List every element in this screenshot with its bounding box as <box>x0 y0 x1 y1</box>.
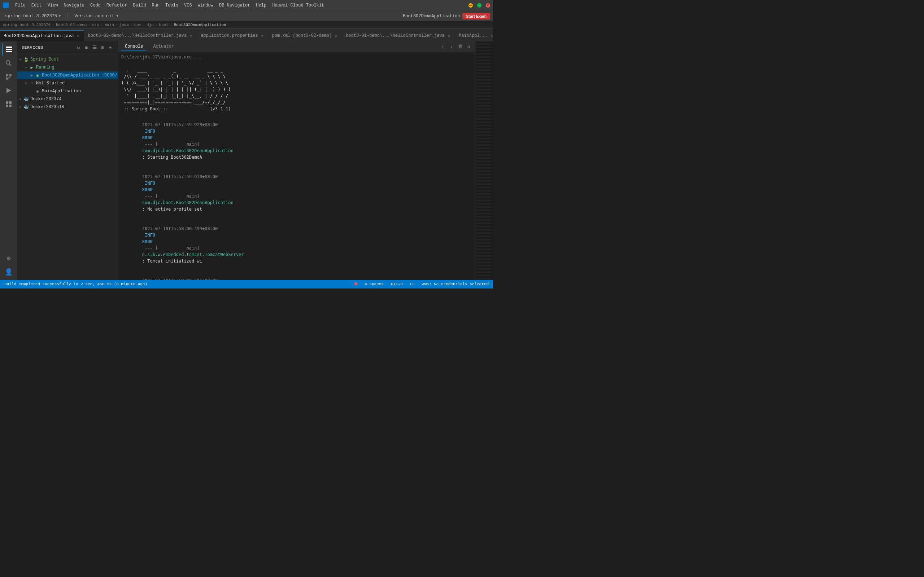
stop-button[interactable]: ■ <box>83 44 90 51</box>
bc-1[interactable]: boot3-02-demo <box>56 23 87 27</box>
minimap-content <box>475 42 493 280</box>
scroll-bottom-btn[interactable]: ↓ <box>448 44 455 50</box>
notstarted-label: Not Started <box>36 81 65 86</box>
menu-huawei[interactable]: Huawei Cloud Toolkit <box>270 2 326 9</box>
menu-build[interactable]: Build <box>131 2 148 9</box>
tab-1[interactable]: boot3-02-demo\...\HelloController.java ✕ <box>84 30 197 41</box>
docker2-icon: 🐳 <box>23 104 29 110</box>
menu-refactor[interactable]: Refactor <box>104 2 129 9</box>
tab-0[interactable]: Boot302DemoApplication.java ✕ <box>0 30 84 41</box>
status-aws[interactable]: AWS: No credentials selected <box>420 282 490 286</box>
docker2-arrow: ▾ <box>17 104 23 110</box>
tree-mainapp[interactable]: ▶ ◉ MainApplication <box>17 87 118 95</box>
svg-rect-11 <box>6 102 8 104</box>
breadcrumb: spring-boot-3-202376 › boot3-02-demo › s… <box>0 21 493 29</box>
group-button[interactable]: ⊞ <box>99 44 106 51</box>
actuator-tab[interactable]: Actuator <box>149 43 178 51</box>
bc-8[interactable]: Boot302DemoApplication <box>174 23 226 27</box>
activity-extensions[interactable] <box>2 98 15 111</box>
menu-window[interactable]: Window <box>195 2 215 9</box>
docker1-icon: 🐳 <box>23 96 29 102</box>
tab-5-close[interactable]: ✕ <box>489 33 493 38</box>
status-right: 4 spaces UTF-8 LF AWS: No credentials se… <box>354 282 490 286</box>
tab-3-close[interactable]: ✕ <box>334 33 338 38</box>
main-area: ⚙ 👤 Services ↻ ■ ☰ ⊞ + ▾ 🍃 Spring Boot <box>0 42 493 280</box>
tree-docker1[interactable]: ▾ 🐳 Docker202374 <box>17 95 118 103</box>
menu-run[interactable]: Run <box>149 2 162 9</box>
menu-view[interactable]: View <box>45 2 60 9</box>
menu-file[interactable]: File <box>13 2 28 9</box>
tree-running[interactable]: ▾ ▶ Running <box>17 63 118 71</box>
bc-2[interactable]: src <box>92 23 99 27</box>
settings-btn[interactable]: ⚙ <box>465 44 472 50</box>
svg-line-4 <box>10 64 11 66</box>
tree-springboot[interactable]: ▾ 🍃 Spring Boot <box>17 56 118 63</box>
springboot-label: Spring Boot <box>30 57 59 62</box>
project-selector[interactable]: spring-boot-3-202376 ▾ <box>3 13 63 19</box>
activity-account[interactable]: 👤 <box>2 266 15 279</box>
ascii-0: . ____ _ __ _ _ <box>121 67 472 73</box>
filter-button[interactable]: ☰ <box>91 44 98 51</box>
menu-db-navigator[interactable]: DB Navigator <box>217 2 252 9</box>
activity-search[interactable] <box>2 56 15 69</box>
ascii-3: \\/ ___)| |_)| | | | | || (_| | ) ) ) ) <box>121 86 472 93</box>
status-spaces[interactable]: 4 spaces <box>363 282 385 286</box>
status-line-ending[interactable]: LF <box>409 282 416 286</box>
scroll-top-btn[interactable]: ↑ <box>439 44 446 50</box>
tab-4-close[interactable]: ✕ <box>447 33 451 38</box>
minimap <box>475 42 493 280</box>
run-config-label: Boot302DemoApplication <box>403 14 460 19</box>
bc-7[interactable]: boot <box>159 23 168 27</box>
tree-docker2[interactable]: ▾ 🐳 Docker2023518 <box>17 103 118 111</box>
tab-1-close[interactable]: ✕ <box>189 33 193 38</box>
tab-3-label: pom.xml (boot3-02-demo) <box>272 33 332 38</box>
tab-5[interactable]: MainAppl... ✕ <box>455 30 493 41</box>
menu-vcs[interactable]: VCS <box>182 2 194 9</box>
running-arrow: ▾ <box>23 64 29 70</box>
console-toolbar: Console Actuator ↑ ↓ 🗑 ⚙ <box>118 42 475 52</box>
clear-btn[interactable]: 🗑 <box>457 44 464 50</box>
menu-navigate[interactable]: Navigate <box>61 2 87 9</box>
add-button[interactable]: + <box>107 44 114 51</box>
activity-bottom-group: ⚙ 👤 <box>2 252 15 280</box>
menu-edit[interactable]: Edit <box>29 2 44 9</box>
close-button[interactable]: ✕ <box>486 3 490 8</box>
svg-point-5 <box>6 74 8 76</box>
start-exam-button[interactable]: Start Exam <box>462 13 490 19</box>
activity-explorer[interactable] <box>2 43 15 56</box>
tab-0-close[interactable]: ✕ <box>76 34 80 39</box>
activity-debug[interactable] <box>2 84 15 97</box>
svg-rect-14 <box>9 105 11 107</box>
tree-boot302[interactable]: ▶ ◉ Boot302DemoApplication :8080/ <box>17 71 118 79</box>
bc-6[interactable]: djc <box>147 23 154 27</box>
console-output[interactable]: D:\Java\jdk-17\bin\java.exe ... . ____ _… <box>118 52 475 280</box>
ascii-1: /\\ / ___'_ __ _ _(_)_ __ __ _ \ \ \ \ <box>121 73 472 80</box>
bc-0[interactable]: spring-boot-3-202376 <box>3 23 50 27</box>
mainapp-label: MainApplication <box>42 89 81 94</box>
refresh-button[interactable]: ↻ <box>76 44 82 51</box>
cmd-line: D:\Java\jdk-17\bin\java.exe ... <box>121 54 472 60</box>
running-icon: ▶ <box>29 64 35 70</box>
menu-tools[interactable]: Tools <box>163 2 181 9</box>
console-tab[interactable]: Console <box>121 43 147 51</box>
tab-5-label: MainAppl... <box>459 33 487 38</box>
docker1-label: Docker202374 <box>30 97 61 102</box>
tree-notstarted[interactable]: ▾ ○ Not Started <box>17 79 118 87</box>
status-encoding[interactable]: UTF-8 <box>389 282 404 286</box>
activity-git[interactable] <box>2 70 15 83</box>
tab-2-close[interactable]: ✕ <box>260 33 265 38</box>
tab-4[interactable]: boot3-01-demo\...\HelloController.java ✕ <box>342 30 455 41</box>
minimize-button[interactable]: — <box>468 3 473 8</box>
bc-3[interactable]: main <box>105 23 114 27</box>
bc-4[interactable]: java <box>120 23 129 27</box>
version-control[interactable]: Version control ▾ <box>72 13 121 19</box>
bc-5[interactable]: com <box>134 23 142 27</box>
build-status[interactable]: Build completed successfully in 2 sec, 4… <box>3 282 149 286</box>
activity-settings[interactable]: ⚙ <box>2 252 15 265</box>
tab-2[interactable]: application.properties ✕ <box>197 30 268 41</box>
tab-3[interactable]: pom.xml (boot3-02-demo) ✕ <box>268 30 342 41</box>
menu-help[interactable]: Help <box>254 2 268 9</box>
ascii-4: ' |____| .__|_| |_|_| |_\__, | / / / / <box>121 93 472 99</box>
menu-code[interactable]: Code <box>88 2 103 9</box>
maximize-button[interactable]: □ <box>477 3 481 8</box>
